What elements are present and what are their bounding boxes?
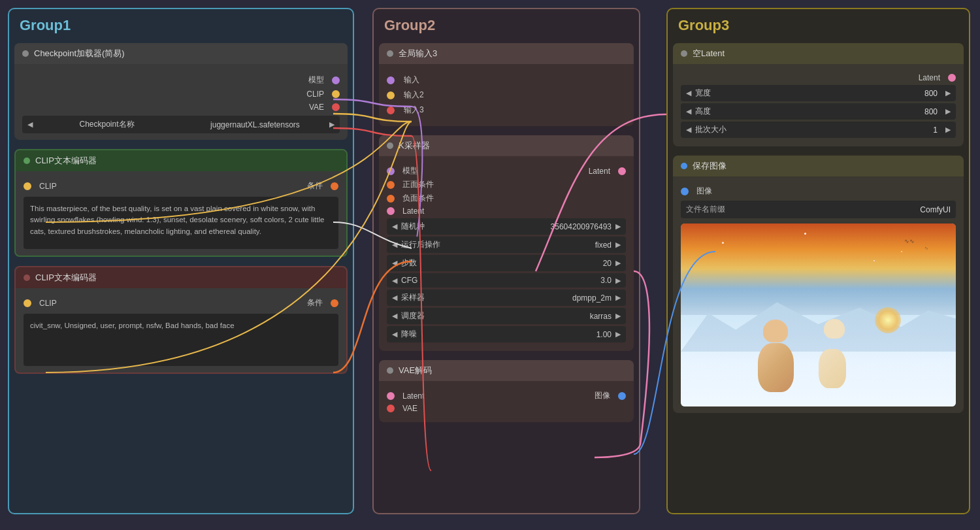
empty-latent-out-port[interactable] <box>948 74 956 82</box>
k-sampler-denoise-row: ◀ 降噪 1.00 ▶ <box>387 326 626 342</box>
global-input-title: 全局输入3 <box>399 48 437 59</box>
group1-label: Group1 <box>14 14 348 37</box>
selector-right-arrow[interactable]: ▶ <box>329 120 335 129</box>
seed-label: 随机种 <box>401 221 551 232</box>
clip-neg-cond-label: 条件 <box>307 297 323 308</box>
global-input-node: 全局输入3 输入 输入2 输入3 <box>379 43 634 126</box>
save-image-header: 保存图像 <box>673 156 964 176</box>
vae-out-label: VAE <box>309 103 324 112</box>
checkpoint-dot <box>22 50 29 57</box>
clip-pos-in-port[interactable] <box>24 182 31 190</box>
k-sampler-neg-label: 负面条件 <box>402 193 434 204</box>
group1: Group1 Checkpoint加载器(简易) 模型 CLIP <box>8 8 354 514</box>
clip-neg-text[interactable]: civit_snw, Unsigned, user, prompt, nsfw,… <box>24 314 338 366</box>
save-image-in-port[interactable] <box>681 188 689 195</box>
vae-decode-latent-in[interactable] <box>387 392 395 400</box>
k-sampler-neg-row: 负面条件 <box>387 193 626 204</box>
scheduler-label: 调度器 <box>401 310 590 322</box>
k-sampler-model-in[interactable] <box>387 167 395 175</box>
save-image-in-row: 图像 <box>681 186 956 197</box>
clip-pos-cond-port[interactable] <box>331 182 338 190</box>
group2: Group2 全局输入3 输入 输入2 输入3 <box>372 8 640 514</box>
k-sampler-latent-in[interactable] <box>387 207 395 215</box>
vae-decode-vae-in[interactable] <box>387 405 395 412</box>
k-sampler-neg-in[interactable] <box>387 195 395 203</box>
latent-height-value: 800 <box>924 107 938 116</box>
global-port-3-row: 输入3 <box>387 105 626 116</box>
sampler-value: dpmpp_2m <box>572 293 612 303</box>
save-image-dot <box>681 163 687 169</box>
clip-out-port[interactable] <box>332 90 340 98</box>
save-image-title: 保存图像 <box>693 160 727 172</box>
clip-pos-cond-label: 条件 <box>307 180 323 191</box>
model-out-port[interactable] <box>332 76 340 84</box>
group2-label: Group2 <box>379 14 634 37</box>
save-image-node: 保存图像 图像 文件名前缀 ComfyUI <box>673 156 964 413</box>
filename-row: 文件名前缀 ComfyUI <box>681 201 956 218</box>
k-sampler-header: K采样器 <box>379 135 634 156</box>
checkpoint-body: 模型 CLIP VAE ◀ Checkpoint名称 juggern <box>14 64 348 140</box>
checkpoint-title: Checkpoint加载器(简易) <box>34 48 125 59</box>
clip-pos-text[interactable]: This masterpiece, of the best quality, i… <box>24 197 338 249</box>
k-sampler-cfg-row: ◀ CFG 3.0 ▶ <box>387 273 626 288</box>
cfg-label: CFG <box>401 276 600 285</box>
save-image-in-label: 图像 <box>696 186 712 197</box>
k-sampler-pos-in[interactable] <box>387 181 395 189</box>
scheduler-value: karras <box>590 312 612 321</box>
k-sampler-node: K采样器 模型 Latent 正面条件 <box>379 135 634 351</box>
global-input-header: 全局输入3 <box>379 43 634 64</box>
k-sampler-dot <box>387 142 393 149</box>
k-sampler-steps-row: ◀ 步数 20 ▶ <box>387 255 626 271</box>
global-port-1-row: 输入 <box>387 75 626 86</box>
k-sampler-after-row: ◀ 运行后操作 fixed ▶ <box>387 237 626 253</box>
k-sampler-latent-out-label: Latent <box>589 167 610 176</box>
vae-decode-title: VAE解码 <box>399 365 432 376</box>
clip-neg-body: CLIP 条件 civit_snw, Unsigned, user, promp… <box>16 288 346 373</box>
k-sampler-latent-label: Latent <box>402 207 424 216</box>
save-image-body: 图像 文件名前缀 ComfyUI <box>673 176 964 413</box>
clip-neg-port-row: CLIP 条件 <box>24 297 338 308</box>
clip-pos-port-row: CLIP 条件 <box>24 180 338 191</box>
checkpoint-name-label: Checkpoint名称 <box>33 119 181 130</box>
global-port-2-label: 输入2 <box>404 90 424 101</box>
clip-out-label: CLIP <box>306 90 324 99</box>
vae-decode-latent-label: Latent <box>402 391 424 401</box>
clip-neg-in-port[interactable] <box>24 299 31 307</box>
global-port-1[interactable] <box>387 76 395 84</box>
k-sampler-body: 模型 Latent 正面条件 负面条件 Laten <box>379 156 634 351</box>
empty-latent-out-label: Latent <box>919 73 940 82</box>
k-sampler-sampler-row: ◀ 采样器 dpmpp_2m ▶ <box>387 290 626 306</box>
generated-image: ∿∿ ∿ <box>681 224 956 406</box>
clip-pos-in-label: CLIP <box>39 182 57 191</box>
global-port-3-label: 输入3 <box>404 105 424 116</box>
vae-decode-body: Latent 图像 VAE <box>379 381 634 422</box>
latent-width-label: 宽度 <box>695 88 921 99</box>
clip-pos-title: CLIP文本编码器 <box>35 155 97 167</box>
clip-pos-header: CLIP文本编码器 <box>16 150 346 171</box>
checkpoint-header: Checkpoint加载器(简易) <box>14 43 348 64</box>
checkpoint-selector[interactable]: ◀ Checkpoint名称 juggernautXL.safetensors … <box>22 116 340 133</box>
group3: Group3 空Latent Latent ◀ 宽度 800 ▶ <box>666 8 970 514</box>
checkpoint-name-value: juggernautXL.safetensors <box>181 120 329 129</box>
k-sampler-latent-out[interactable] <box>618 167 626 175</box>
selector-left-arrow[interactable]: ◀ <box>27 120 33 129</box>
cfg-value: 3.0 <box>600 276 612 285</box>
clip-neg-cond-port[interactable] <box>331 299 338 307</box>
global-port-3[interactable] <box>387 107 395 114</box>
global-port-2[interactable] <box>387 91 395 99</box>
filename-prefix-label: 文件名前缀 <box>686 204 920 215</box>
vae-decode-image-out[interactable] <box>618 392 626 400</box>
model-label: 模型 <box>308 75 324 86</box>
vae-decode-dot <box>387 367 393 374</box>
clip-neg-title: CLIP文本编码器 <box>35 272 97 284</box>
latent-batch-value: 1 <box>933 125 938 135</box>
latent-width-row: ◀ 宽度 800 ▶ <box>681 85 956 101</box>
empty-latent-body: Latent ◀ 宽度 800 ▶ ◀ 高度 800 ▶ <box>673 64 964 146</box>
filename-prefix-value[interactable]: ComfyUI <box>920 205 951 214</box>
k-sampler-pos-row: 正面条件 <box>387 179 626 190</box>
after-value: fixed <box>595 240 612 250</box>
k-sampler-model-row: 模型 Latent <box>387 165 626 176</box>
global-port-2-row: 输入2 <box>387 90 626 101</box>
vae-out-port[interactable] <box>332 103 340 111</box>
clip-neg-node: CLIP文本编码器 CLIP 条件 civit_snw, Unsigned, u… <box>14 266 348 374</box>
